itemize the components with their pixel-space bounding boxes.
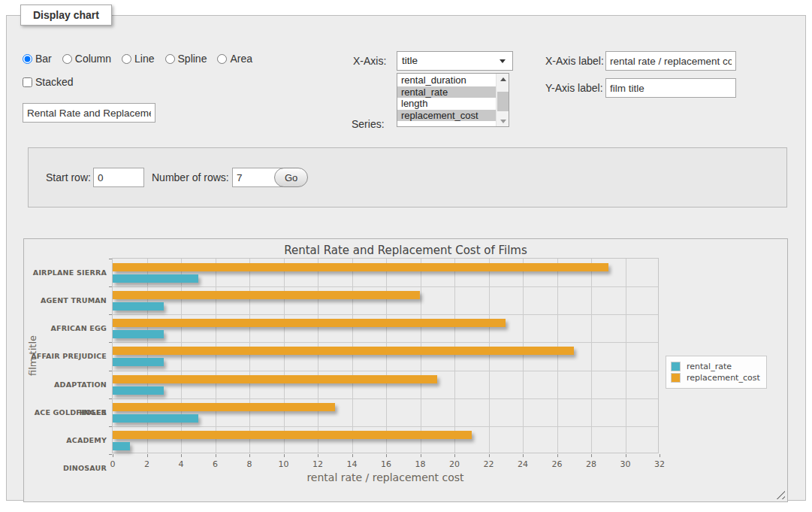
legend-swatch-rental_rate: [671, 362, 681, 371]
x-axis-select[interactable]: title: [397, 51, 513, 71]
chart-x-axis-title: rental rate / replacement cost: [112, 471, 659, 483]
y-axis-tick: [109, 454, 112, 455]
x-axis-tick: [489, 454, 490, 457]
x-axis-tick-label: 30: [620, 459, 631, 469]
series-option-rental-rate[interactable]: rental_rate: [397, 86, 496, 98]
gridline-vertical: [284, 259, 285, 453]
x-axis-label-input[interactable]: [605, 51, 736, 71]
resize-grip-icon[interactable]: [776, 490, 785, 499]
x-axis-tick-label: 18: [415, 459, 426, 469]
bar-replacement_cost: [113, 403, 335, 411]
scroll-down-icon: [500, 120, 506, 123]
bar-rental_rate: [113, 386, 164, 395]
radio-area[interactable]: Area: [217, 53, 252, 65]
y-axis-tick: [109, 371, 112, 371]
y-axis-tick: [109, 314, 112, 315]
start-row-input[interactable]: [93, 168, 144, 187]
series-option-rental-duration[interactable]: rental_duration: [397, 74, 496, 86]
radio-column-input[interactable]: [62, 54, 72, 64]
gridline-vertical: [318, 259, 318, 453]
category-label: ADAPTATION HOLES: [29, 371, 107, 398]
bar-rental_rate: [113, 302, 164, 311]
stacked-checkbox[interactable]: Stacked: [23, 76, 74, 88]
bar-rental_rate: [113, 330, 164, 338]
x-axis-tick: [352, 454, 353, 457]
x-axis-tick-label: 12: [312, 459, 323, 469]
x-axis-tick-label: 26: [552, 459, 563, 469]
chart-title-input[interactable]: [23, 103, 155, 123]
x-axis-tick-label: 10: [279, 459, 289, 469]
bar-replacement_cost: [113, 319, 506, 327]
radio-area-label: Area: [230, 53, 252, 65]
radio-area-input[interactable]: [217, 54, 227, 64]
radio-bar[interactable]: Bar: [23, 53, 52, 65]
radio-column[interactable]: Column: [62, 53, 111, 65]
gridline-vertical: [557, 259, 558, 453]
scroll-up-icon: [500, 77, 506, 81]
gridline-vertical: [249, 259, 250, 453]
x-axis-tick: [626, 454, 626, 457]
stacked-label: Stacked: [35, 76, 74, 88]
x-axis-tick-label: 24: [518, 459, 528, 469]
start-row-label: Start row:: [46, 168, 91, 187]
x-axis-label-caption: X-Axis label:: [545, 51, 604, 71]
scrollbar-thumb[interactable]: [497, 92, 509, 111]
gridline-vertical: [147, 259, 148, 453]
y-axis-tick: [109, 426, 112, 427]
radio-line-input[interactable]: [122, 54, 131, 64]
go-button[interactable]: Go: [274, 168, 308, 187]
series-scrollbar[interactable]: [496, 74, 509, 126]
radio-line[interactable]: Line: [122, 53, 154, 65]
scroll-up-button[interactable]: [497, 74, 509, 84]
bar-rental_rate: [113, 274, 198, 283]
stacked-checkbox-input[interactable]: [23, 77, 32, 87]
category-label: AFRICAN EGG: [29, 314, 107, 342]
radio-column-label: Column: [75, 53, 111, 65]
gridline-vertical: [454, 259, 455, 453]
x-axis-tick: [181, 454, 182, 457]
category-label: AFFAIR PREJUDICE: [29, 342, 107, 370]
gridline-horizontal: [113, 398, 658, 399]
y-axis-tick: [109, 259, 112, 259]
x-axis-tick: [216, 454, 216, 457]
x-axis-tick-label: 2: [144, 459, 149, 469]
series-options: rental_duration rental_rate length repla…: [397, 74, 496, 121]
x-axis-tick: [591, 454, 592, 457]
gridline-vertical: [626, 259, 626, 453]
x-axis-tick-label: 14: [347, 459, 358, 469]
x-axis-tick: [660, 454, 660, 457]
scroll-down-button[interactable]: [497, 116, 509, 126]
series-option-length[interactable]: length: [397, 98, 496, 110]
radio-spline-input[interactable]: [165, 54, 175, 64]
gridline-vertical: [591, 259, 592, 453]
legend-entry: replacement_cost: [671, 373, 760, 383]
radio-bar-input[interactable]: [23, 54, 32, 64]
legend-swatch-replacement_cost: [671, 373, 681, 383]
gridline-horizontal: [113, 314, 658, 315]
chart-container: Rental Rate and Replacement Cost of Film…: [23, 238, 788, 502]
panel-title: Display chart: [20, 5, 112, 26]
gridline-horizontal: [113, 371, 658, 371]
x-axis-tick-label: 32: [654, 459, 665, 469]
series-listbox[interactable]: rental_duration rental_rate length repla…: [397, 73, 509, 127]
bar-replacement_cost: [113, 347, 574, 355]
series-list-label: Series:: [352, 114, 385, 134]
radio-spline[interactable]: Spline: [165, 53, 207, 65]
gridline-vertical: [523, 259, 524, 453]
plot-area: 02468101214161820222426283032AIRPLANE SI…: [112, 258, 659, 453]
radio-bar-label: Bar: [35, 53, 52, 65]
y-axis-label-input[interactable]: [605, 78, 736, 98]
legend-label: replacement_cost: [687, 373, 760, 383]
stacked-checkbox-row: Stacked: [23, 76, 74, 88]
y-axis-tick: [109, 286, 112, 287]
gridline-vertical: [489, 259, 490, 453]
bar-replacement_cost: [113, 263, 608, 271]
display-chart-panel: Display chart BarColumnLineSplineArea St…: [6, 5, 806, 501]
gridline-vertical: [421, 259, 421, 453]
series-option-replacement-cost[interactable]: replacement_cost: [397, 110, 496, 122]
y-axis-label-caption: Y-Axis label:: [545, 78, 603, 98]
category-label: ACE GOLDFINGER: [29, 398, 107, 426]
x-axis-tick: [318, 454, 318, 457]
gridline-vertical: [352, 259, 353, 453]
category-label: AIRPLANE SIERRA: [29, 259, 107, 286]
